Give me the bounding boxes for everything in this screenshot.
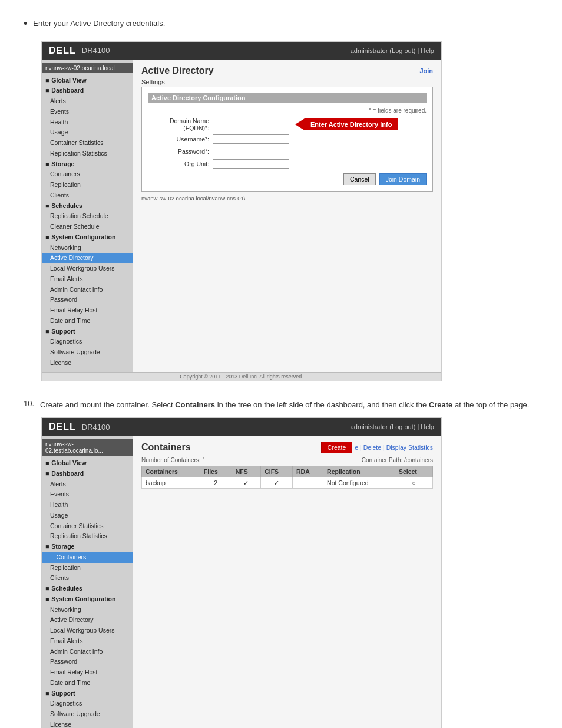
required-note: * = fields are required.	[148, 107, 427, 114]
sidebar-item-storage[interactable]: ■Storage	[42, 159, 133, 170]
containers-title: Containers	[141, 442, 191, 453]
s2-active-directory[interactable]: Active Directory	[42, 615, 133, 625]
org-unit-input[interactable]	[213, 159, 289, 169]
sidebar-item-email-relay[interactable]: Email Relay Host	[42, 305, 133, 316]
main-layout-1: nvanw-sw-02.ocarina.local ■Global View ■…	[42, 60, 441, 372]
s2-dashboard[interactable]: ■Dashboard	[42, 469, 133, 479]
s2-health[interactable]: Health	[42, 500, 133, 510]
config-box: Active Directory Configuration * = field…	[141, 87, 433, 192]
sidebar-item-networking[interactable]: Networking	[42, 243, 133, 253]
s2-email-relay[interactable]: Email Relay Host	[42, 667, 133, 678]
action-links[interactable]: e | Delete | Display Statistics	[355, 444, 433, 451]
page-title-1: Active Directory Join	[141, 65, 433, 76]
container-path: Container Path: /containers	[362, 457, 433, 463]
admin-text-1: administrator (Log out) | Help	[351, 47, 434, 54]
active-directory-title: Active Directory	[141, 65, 214, 76]
col-cifs: CIFS	[261, 466, 293, 477]
sidebar-item-active-directory[interactable]: Active Directory	[42, 253, 133, 263]
admin-text-2: administrator (Log out) | Help	[351, 423, 434, 430]
sidebar-item-license[interactable]: License	[42, 358, 133, 368]
sidebar-item-support[interactable]: ■Support	[42, 327, 133, 337]
s2-diagnostics[interactable]: Diagnostics	[42, 699, 133, 709]
sidebar-item-events[interactable]: Events	[42, 107, 133, 117]
sidebar-item-container-stats[interactable]: Container Statistics	[42, 138, 133, 149]
config-box-title: Active Directory Configuration	[148, 93, 427, 103]
cell-replication: Not Configured	[323, 477, 395, 489]
s2-replication-stats[interactable]: Replication Statistics	[42, 531, 133, 542]
org-unit-row: Org Unit:	[148, 159, 427, 169]
sidebar-item-password[interactable]: Password	[42, 295, 133, 305]
s2-events[interactable]: Events	[42, 489, 133, 500]
s2-replication[interactable]: Replication	[42, 563, 133, 574]
red-arrow	[295, 118, 305, 130]
col-rda: RDA	[292, 466, 323, 477]
sidebar-item-diagnostics[interactable]: Diagnostics	[42, 337, 133, 347]
sidebar-item-dashboard[interactable]: ■Dashboard	[42, 85, 133, 96]
sidebar-item-usage[interactable]: Usage	[42, 127, 133, 138]
sidebar-item-local-workgroup[interactable]: Local Workgroup Users	[42, 263, 133, 274]
instruction-block-1: • Enter your Active Directory credential…	[24, 18, 538, 31]
s2-local-workgroup[interactable]: Local Workgroup Users	[42, 625, 133, 636]
step-text-part1: Create and mount the container. Select	[40, 400, 175, 409]
sidebar-item-admin-contact[interactable]: Admin Contact Info	[42, 285, 133, 295]
domain-input[interactable]	[213, 120, 289, 129]
form-buttons: Cancel Join Domain	[148, 173, 427, 185]
callout-box: Enter Active Directory Info	[305, 118, 398, 130]
cell-rda	[292, 477, 323, 489]
cell-select[interactable]: ○	[395, 477, 432, 489]
sidebar-item-date-time[interactable]: Date and Time	[42, 316, 133, 327]
sidebar-item-containers[interactable]: Containers	[42, 169, 133, 180]
sidebar-item-clients[interactable]: Clients	[42, 190, 133, 201]
s2-containers[interactable]: —Containers	[42, 552, 133, 563]
password-input[interactable]	[213, 147, 289, 156]
s2-alerts[interactable]: Alerts	[42, 479, 133, 490]
join-link[interactable]: Join	[419, 67, 433, 74]
s2-storage[interactable]: ■Storage	[42, 542, 133, 552]
sidebar-item-replication[interactable]: Replication	[42, 180, 133, 190]
s2-software-upgrade[interactable]: Software Upgrade	[42, 709, 133, 720]
password-label: Password*:	[148, 148, 213, 155]
sidebar-item-email-alerts[interactable]: Email Alerts	[42, 274, 133, 285]
callout-arrow: Enter Active Directory Info	[295, 118, 398, 130]
sidebar-item-replication-stats[interactable]: Replication Statistics	[42, 149, 133, 159]
s2-license[interactable]: License	[42, 720, 133, 728]
s2-global-view[interactable]: ■Global View	[42, 458, 133, 469]
containers-table: Containers Files NFS CIFS RDA Replicatio…	[141, 466, 433, 489]
s2-usage[interactable]: Usage	[42, 510, 133, 521]
create-bold: Create	[429, 400, 452, 409]
sidebar-item-replication-sched[interactable]: Replication Schedule	[42, 211, 133, 222]
table-row: backup 2 ✓ ✓ Not Configured ○	[142, 477, 433, 489]
domain-row: Domain Name (FQDN)*: Enter Active Direct…	[148, 117, 427, 131]
s2-admin-contact[interactable]: Admin Contact Info	[42, 647, 133, 657]
sidebar-item-global-view[interactable]: ■Global View	[42, 75, 133, 86]
sidebar-item-sys-config[interactable]: ■System Configuration	[42, 232, 133, 243]
screenshot-active-directory: DELL DR4100 administrator (Log out) | He…	[41, 41, 442, 381]
logo-area-2: DELL DR4100	[49, 421, 110, 432]
create-button[interactable]: Create	[321, 442, 353, 453]
s2-clients[interactable]: Clients	[42, 573, 133, 584]
cancel-button[interactable]: Cancel	[343, 173, 376, 185]
sidebar-item-cleaner-sched[interactable]: Cleaner Schedule	[42, 222, 133, 232]
page-container: • Enter your Active Directory credential…	[0, 0, 562, 728]
s2-date-time[interactable]: Date and Time	[42, 678, 133, 689]
sidebar-item-software-upgrade[interactable]: Software Upgrade	[42, 347, 133, 358]
sidebar-item-alerts[interactable]: Alerts	[42, 96, 133, 107]
join-domain-button[interactable]: Join Domain	[379, 173, 427, 185]
sidebar-item-schedules[interactable]: ■Schedules	[42, 201, 133, 212]
password-row: Password*:	[148, 147, 427, 156]
s2-email-alerts[interactable]: Email Alerts	[42, 636, 133, 647]
s2-password[interactable]: Password	[42, 657, 133, 667]
col-nfs: NFS	[232, 466, 261, 477]
s2-container-stats[interactable]: Container Statistics	[42, 521, 133, 532]
s2-support[interactable]: ■Support	[42, 689, 133, 699]
org-unit-label: Org Unit:	[148, 160, 213, 167]
s2-sys-config[interactable]: ■System Configuration	[42, 594, 133, 605]
s2-networking[interactable]: Networking	[42, 605, 133, 615]
sidebar-item-health[interactable]: Health	[42, 117, 133, 128]
sidebar-hostname-1: nvanw-sw-02.ocarina.local	[42, 63, 133, 73]
username-input[interactable]	[213, 134, 289, 144]
main-layout-2: nvanw-sw-02.testlab.ocarina.lo... ■Globa…	[42, 436, 441, 728]
s2-schedules[interactable]: ■Schedules	[42, 584, 133, 594]
containers-content: Containers Create e | Delete | Display S…	[133, 436, 441, 728]
footer-1: Copyright © 2011 - 2013 Dell Inc. All ri…	[42, 372, 441, 381]
